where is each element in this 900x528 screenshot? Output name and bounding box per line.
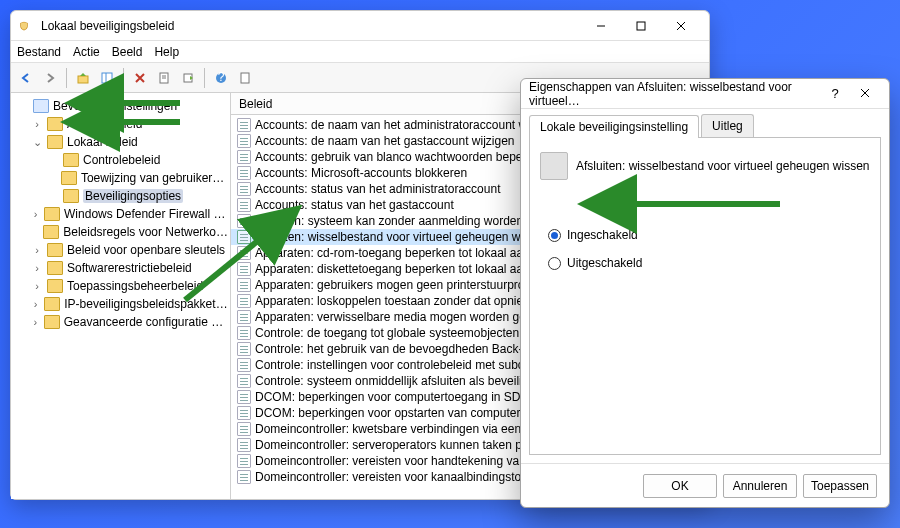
close-button[interactable] bbox=[849, 87, 881, 101]
folder-icon bbox=[44, 207, 60, 221]
tree-item[interactable]: Controlebeleid bbox=[13, 151, 228, 169]
dialog-title: Eigenschappen van Afsluiten: wisselbesta… bbox=[529, 80, 821, 108]
policy-icon bbox=[237, 118, 251, 132]
tree-item[interactable]: ›Geavanceerde configuratie van controle… bbox=[13, 313, 228, 331]
tab-page: Afsluiten: wisselbestand voor virtueel g… bbox=[529, 137, 881, 455]
tree-item[interactable]: Toewijzing van gebruikersrechten bbox=[13, 169, 228, 187]
window-title: Lokaal beveiligingsbeleid bbox=[41, 19, 581, 33]
tree-label: Softwarerestrictiebeleid bbox=[67, 261, 192, 275]
tree-item[interactable]: ›Windows Defender Firewall met geava… bbox=[13, 205, 228, 223]
policy-icon bbox=[237, 198, 251, 212]
menubar: Bestand Actie Beeld Help bbox=[11, 41, 709, 63]
menu-item[interactable]: Actie bbox=[73, 45, 100, 59]
policy-icon bbox=[237, 150, 251, 164]
list-label: Accounts: de naam van het administratora… bbox=[255, 118, 561, 132]
tree-item[interactable]: ›Beleid voor openbare sleutels bbox=[13, 241, 228, 259]
policy-icon bbox=[237, 374, 251, 388]
tree-item[interactable]: Beveiligingsopties bbox=[13, 187, 228, 205]
expand-toggle[interactable]: › bbox=[31, 298, 40, 310]
policy-icon bbox=[237, 310, 251, 324]
folder-icon bbox=[44, 297, 60, 311]
policy-icon bbox=[237, 438, 251, 452]
menu-item[interactable]: Help bbox=[154, 45, 179, 59]
maximize-button[interactable] bbox=[621, 12, 661, 40]
folder-icon bbox=[43, 225, 59, 239]
policy-icon bbox=[540, 152, 568, 180]
policy-icon bbox=[237, 326, 251, 340]
folder-icon bbox=[47, 243, 63, 257]
policy-icon bbox=[237, 230, 251, 244]
policy-icon bbox=[237, 454, 251, 468]
tab-local-setting[interactable]: Lokale beveiligingsinstelling bbox=[529, 115, 699, 138]
tree-item[interactable]: ⌄Lokaal beleid bbox=[13, 133, 228, 151]
back-button[interactable] bbox=[15, 67, 37, 89]
tree-label: Beveiligingsopties bbox=[83, 189, 183, 203]
tree-item[interactable]: Beleidsregels voor Netwerkoverzicht Mana… bbox=[13, 223, 228, 241]
policy-icon bbox=[237, 342, 251, 356]
tree-label: Beveiligingsinstellingen bbox=[53, 99, 177, 113]
expand-toggle[interactable]: › bbox=[31, 208, 40, 220]
list-label: Domeincontroller: serveroperators kunnen… bbox=[255, 438, 558, 452]
tree-label: Controlebeleid bbox=[83, 153, 160, 167]
radio-disabled[interactable]: Uitgeschakeld bbox=[548, 256, 870, 270]
radio-enabled[interactable]: Ingeschakeld bbox=[548, 228, 870, 242]
apply-button[interactable]: Toepassen bbox=[803, 474, 877, 498]
pane-button[interactable] bbox=[96, 67, 118, 89]
tree-item[interactable]: ›Accountbeleid bbox=[13, 115, 228, 133]
policy-icon bbox=[237, 406, 251, 420]
radio-icon bbox=[548, 257, 561, 270]
expand-toggle[interactable]: › bbox=[31, 280, 43, 292]
folder-icon bbox=[63, 153, 79, 167]
policy-name: Afsluiten: wisselbestand voor virtueel g… bbox=[576, 159, 870, 173]
tree-label: IP-beveiligingsbeleidspakketten op Lo… bbox=[64, 297, 228, 311]
menu-item[interactable]: Bestand bbox=[17, 45, 61, 59]
radio-icon bbox=[548, 229, 561, 242]
policy-icon bbox=[237, 470, 251, 484]
policy-icon bbox=[237, 166, 251, 180]
app-icon bbox=[19, 18, 35, 34]
tab-explain[interactable]: Uitleg bbox=[701, 114, 754, 137]
folder-icon bbox=[47, 261, 63, 275]
refresh-button[interactable] bbox=[234, 67, 256, 89]
tabs: Lokale beveiligingsinstelling Uitleg bbox=[521, 109, 889, 137]
folder-icon bbox=[47, 279, 63, 293]
cancel-button[interactable]: Annuleren bbox=[723, 474, 797, 498]
svg-rect-2 bbox=[102, 73, 112, 83]
folder-icon bbox=[61, 171, 77, 185]
help-button[interactable]: ? bbox=[821, 86, 849, 101]
forward-button[interactable] bbox=[39, 67, 61, 89]
export-button[interactable] bbox=[177, 67, 199, 89]
tree-item[interactable]: Beveiligingsinstellingen bbox=[13, 97, 228, 115]
minimize-button[interactable] bbox=[581, 12, 621, 40]
dialog-titlebar[interactable]: Eigenschappen van Afsluiten: wisselbesta… bbox=[521, 79, 889, 109]
tree-label: Beleidsregels voor Netwerkoverzicht Mana… bbox=[63, 225, 228, 239]
menu-item[interactable]: Beeld bbox=[112, 45, 143, 59]
folder-icon bbox=[47, 135, 63, 149]
tree-label: Geavanceerde configuratie van controle… bbox=[64, 315, 228, 329]
delete-button[interactable] bbox=[129, 67, 151, 89]
tree-item[interactable]: ›Softwarerestrictiebeleid bbox=[13, 259, 228, 277]
titlebar[interactable]: Lokaal beveiligingsbeleid bbox=[11, 11, 709, 41]
ok-button[interactable]: OK bbox=[643, 474, 717, 498]
tree-item[interactable]: ›IP-beveiligingsbeleidspakketten op Lo… bbox=[13, 295, 228, 313]
policy-icon bbox=[237, 214, 251, 228]
svg-rect-10 bbox=[241, 73, 249, 83]
folder-icon bbox=[33, 99, 49, 113]
svg-rect-1 bbox=[78, 76, 88, 83]
policy-icon bbox=[237, 278, 251, 292]
tree-label: Windows Defender Firewall met geava… bbox=[64, 207, 228, 221]
properties-button[interactable] bbox=[153, 67, 175, 89]
help-button[interactable]: ? bbox=[210, 67, 232, 89]
tree-panel[interactable]: Beveiligingsinstellingen›Accountbeleid⌄L… bbox=[11, 93, 231, 499]
tree-item[interactable]: ›Toepassingsbeheerbeleid bbox=[13, 277, 228, 295]
up-button[interactable] bbox=[72, 67, 94, 89]
policy-icon bbox=[237, 246, 251, 260]
expand-toggle[interactable]: › bbox=[31, 118, 43, 130]
policy-icon bbox=[237, 262, 251, 276]
expand-toggle[interactable]: › bbox=[31, 244, 43, 256]
expand-toggle[interactable]: › bbox=[31, 316, 40, 328]
expand-toggle[interactable]: › bbox=[31, 262, 43, 274]
expand-toggle[interactable]: ⌄ bbox=[31, 136, 43, 149]
policy-icon bbox=[237, 390, 251, 404]
close-button[interactable] bbox=[661, 12, 701, 40]
